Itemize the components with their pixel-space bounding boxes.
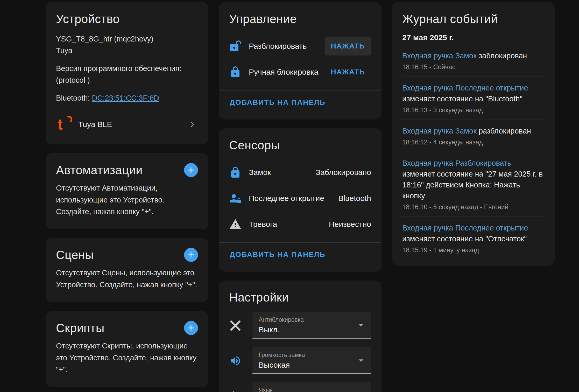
sensors-card-footer: ДОБАВИТЬ НА ПАНЕЛЬ <box>219 242 382 262</box>
controls-card: Управление Разблокировать НАЖАТЬ Ручная … <box>219 2 382 120</box>
setting-row-language: Язык Русский <box>229 382 371 392</box>
device-info-card: Устройство YSG_T8_8G_htr (mqc2hevy) Tuya… <box>46 2 208 144</box>
sensor-value-last-open: Bluetooth <box>338 194 371 203</box>
anti-lock-value: Выкл. <box>259 325 352 334</box>
scenes-card-title: Сцены <box>56 248 94 262</box>
logbook-entry-text: Входная ручка Последнее открытие изменяе… <box>402 82 544 104</box>
add-automation-button[interactable] <box>184 163 198 177</box>
logbook-entry-text: Входная ручка Замок заблокирован <box>402 50 544 61</box>
logbook-entry-time: 18:16:13 - 3 секунды назад <box>402 106 544 114</box>
left-column: Устройство YSG_T8_8G_htr (mqc2hevy) Tuya… <box>46 2 208 387</box>
sensors-add-to-dashboard-button[interactable]: ДОБАВИТЬ НА ПАНЕЛЬ <box>227 247 329 262</box>
control-row-unlock: Разблокировать НАЖАТЬ <box>229 33 371 59</box>
logbook-entry: Входная ручка Последнее открытие изменяе… <box>402 217 544 256</box>
logbook-entity-link[interactable]: Входная ручка Разблокировать <box>402 159 511 167</box>
translate-icon <box>229 390 242 392</box>
controls-add-to-dashboard-button[interactable]: ДОБАВИТЬ НА ПАНЕЛЬ <box>227 95 329 110</box>
logbook-entry: Входная ручка Последнее открытие изменяе… <box>402 77 544 120</box>
logbook-entry-text: Входная ручка Последнее открытие изменяе… <box>402 222 544 244</box>
bluetooth-label: Bluetooth: <box>56 94 90 102</box>
lock-open-icon <box>229 40 242 52</box>
anti-lock-field-text: Антиблокировка Выкл. <box>259 316 352 334</box>
integration-name: Tuya BLE <box>78 120 187 129</box>
logbook-entity-link[interactable]: Входная ручка Последнее открытие <box>402 84 528 92</box>
sensor-row-alarm[interactable]: Тревога Неизвестно <box>229 211 371 237</box>
control-row-manual-lock: Ручная блокировка НАЖАТЬ <box>229 59 371 85</box>
logbook-entry-action: изменяет состояние на "Bluetooth" <box>402 95 522 103</box>
logbook-entry: Входная ручка Разблокировать изменяет со… <box>402 152 544 217</box>
device-page: Устройство YSG_T8_8G_htr (mqc2hevy) Tuya… <box>0 0 579 392</box>
logbook-entry: Входная ручка Замок заблокирован 18:16:1… <box>402 45 544 77</box>
sensor-label-alarm: Тревога <box>249 220 329 229</box>
automations-empty-text: Отсутствуют Автоматизации, использующие … <box>56 182 198 218</box>
lock-icon <box>229 166 242 179</box>
bluetooth-mac-link[interactable]: DC:23:51:CC:3F:6D <box>92 94 159 102</box>
account-lock-icon <box>229 192 242 205</box>
control-label-unlock: Разблокировать <box>249 42 325 51</box>
logbook-entity-link[interactable]: Входная ручка Последнее открытие <box>402 224 528 232</box>
dropdown-arrow-icon <box>355 319 367 331</box>
sensor-value-alarm: Неизвестно <box>329 220 371 229</box>
sensor-label-last-open: Последнее открытие <box>249 194 338 203</box>
integration-row[interactable]: t Tuya BLE <box>56 114 198 135</box>
sensors-card-title: Сенсоры <box>229 138 371 152</box>
language-select[interactable]: Язык Русский <box>252 382 371 392</box>
device-model: YSG_T8_8G_htr (mqc2hevy) <box>56 33 198 45</box>
automations-card-header: Автоматизации <box>56 163 198 177</box>
scenes-empty-text: Отсутствуют Сцены, использующие это Устр… <box>56 267 198 291</box>
lock-volume-field-text: Громкость замка Высокая <box>259 352 352 369</box>
plus-icon <box>186 250 196 260</box>
sensor-label-lock: Замок <box>249 168 316 177</box>
middle-column: Управление Разблокировать НАЖАТЬ Ручная … <box>219 2 382 392</box>
logbook-entry-time: 18:16:15 - Сейчас <box>402 63 544 71</box>
logbook-entity-link[interactable]: Входная ручка Замок <box>402 127 477 135</box>
device-card-title: Устройство <box>56 12 198 26</box>
logbook-entity-link[interactable]: Входная ручка Замок <box>402 52 477 60</box>
sensor-row-lock[interactable]: Замок Заблокировано <box>229 159 371 185</box>
scripts-card: Скрипты Отсутствуют Скрипты, использующи… <box>46 311 208 387</box>
device-identity: YSG_T8_8G_htr (mqc2hevy) Tuya <box>56 33 198 57</box>
unlock-press-button[interactable]: НАЖАТЬ <box>325 37 371 55</box>
add-script-button[interactable] <box>184 321 198 335</box>
dropdown-arrow-icon <box>355 390 367 392</box>
settings-card: Настройки Антиблокировка Выкл. <box>219 281 382 392</box>
lock-volume-value: Высокая <box>259 361 352 369</box>
scripts-empty-text: Отсутствуют Скрипты, использующие это Ус… <box>56 340 198 376</box>
add-scene-button[interactable] <box>184 248 198 262</box>
controls-card-footer: ДОБАВИТЬ НА ПАНЕЛЬ <box>219 90 382 110</box>
control-label-manual-lock: Ручная блокировка <box>249 68 325 76</box>
logbook-entry: Входная ручка Замок разблокирован 18:16:… <box>402 120 544 152</box>
manual-lock-press-button[interactable]: НАЖАТЬ <box>325 63 371 81</box>
tools-icon <box>229 319 242 332</box>
logbook-entry-time: 18:15:19 - 1 минуту назад <box>402 246 544 254</box>
logbook-entry-time: 18:16:10 - 5 секунд назад - Евгений <box>402 203 544 211</box>
logbook-entry-action: разблокирован <box>479 127 531 135</box>
sensor-value-lock: Заблокировано <box>316 168 371 177</box>
setting-row-anti-lock: Антиблокировка Выкл. <box>229 312 371 339</box>
controls-card-title: Управление <box>229 12 371 26</box>
scenes-card-header: Сцены <box>56 248 198 262</box>
scripts-card-title: Скрипты <box>56 321 104 335</box>
chevron-right-icon <box>187 119 198 130</box>
automations-card: Автоматизации Отсутствуют Автоматизации,… <box>46 153 208 229</box>
logbook-entry-action: заблокирован <box>479 52 527 60</box>
anti-lock-select[interactable]: Антиблокировка Выкл. <box>252 312 371 339</box>
right-column: Журнал событий 27 мая 2025 г. Входная ру… <box>392 2 555 266</box>
lock-volume-label: Громкость замка <box>259 352 352 359</box>
tuya-logo-icon: t <box>56 116 73 133</box>
logbook-date: 27 мая 2025 г. <box>402 33 544 42</box>
settings-card-title: Настройки <box>229 290 371 304</box>
logbook-entry-action: изменяет состояние на "27 мая 2025 г. в … <box>402 170 543 200</box>
language-field-text: Язык Русский <box>259 387 352 392</box>
alert-icon <box>229 218 242 230</box>
logbook-entry-action: изменяет состояние на "Отпечаток" <box>402 235 527 243</box>
logbook-entry-text: Входная ручка Замок разблокирован <box>402 125 544 136</box>
device-manufacturer: Tuya <box>56 45 198 57</box>
sensor-row-last-open[interactable]: Последнее открытие Bluetooth <box>229 185 371 211</box>
automations-card-title: Автоматизации <box>56 163 143 177</box>
lock-volume-select[interactable]: Громкость замка Высокая <box>252 347 371 374</box>
anti-lock-label: Антиблокировка <box>259 316 352 323</box>
language-label: Язык <box>259 387 352 392</box>
device-firmware: Версия программного обеспечения: (protoc… <box>56 63 198 86</box>
volume-high-icon <box>229 355 242 367</box>
